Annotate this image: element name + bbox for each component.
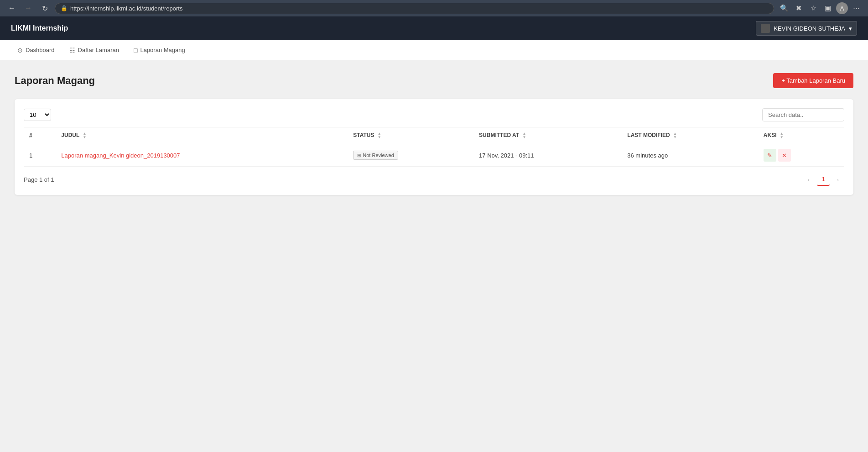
page-header: Laporan Magang + Tambah Laporan Baru <box>15 73 853 88</box>
sort-aksi-icon[interactable]: ▲▼ <box>780 132 784 139</box>
lock-icon: 🔒 <box>61 5 68 11</box>
nav-laporan-magang[interactable]: □ Laporan Magang <box>127 43 192 58</box>
sort-judul-icon[interactable]: ▲▼ <box>83 132 86 139</box>
row-judul: Laporan magang_Kevin gideon_2019130007 <box>56 144 348 167</box>
search-input[interactable] <box>762 108 844 121</box>
back-button[interactable]: ← <box>5 2 18 15</box>
status-icon: ⊞ <box>357 153 361 158</box>
next-page-button[interactable]: › <box>832 173 844 186</box>
nav-daftar-lamaran[interactable]: ☷ Daftar Lamaran <box>63 43 125 58</box>
row-last-modified: 36 minutes ago <box>622 144 758 167</box>
nav-daftar-lamaran-label: Daftar Lamaran <box>78 47 119 53</box>
table-controls: 10 25 50 100 <box>24 108 844 121</box>
sort-submitted-icon[interactable]: ▲▼ <box>522 132 526 139</box>
sort-modified-icon[interactable]: ▲▼ <box>673 132 677 139</box>
col-judul: JUDUL ▲▼ <box>56 127 348 144</box>
reload-button[interactable]: ↻ <box>38 2 51 15</box>
url-text: https://internship.likmi.ac.id/student/r… <box>70 5 182 12</box>
status-badge: ⊞ Not Reviewed <box>353 151 398 160</box>
collections-button[interactable]: ▣ <box>821 2 834 15</box>
table-row: 1 Laporan magang_Kevin gideon_2019130007… <box>24 144 844 167</box>
col-aksi: AKSI ▲▼ <box>758 127 844 144</box>
list-icon: ☷ <box>69 47 75 54</box>
per-page-dropdown[interactable]: 10 25 50 100 <box>24 109 51 121</box>
nav-laporan-magang-label: Laporan Magang <box>140 47 185 53</box>
address-bar[interactable]: 🔒 https://internship.likmi.ac.id/student… <box>55 3 774 14</box>
data-table: # JUDUL ▲▼ STATUS ▲▼ SUBMITTED AT ▲▼ <box>24 127 844 167</box>
app-header: LIKMI Internship KEVIN GIDEON SUTHEJA ▾ <box>0 16 868 40</box>
col-status: STATUS ▲▼ <box>348 127 473 144</box>
delete-button[interactable]: ✕ <box>778 149 791 162</box>
user-chevron: ▾ <box>849 25 852 32</box>
prev-page-button[interactable]: ‹ <box>802 173 815 186</box>
action-buttons: ✎ ✕ <box>764 149 839 162</box>
col-last-modified: LAST MODIFIED ▲▼ <box>622 127 758 144</box>
per-page-select: 10 25 50 100 <box>24 109 51 121</box>
add-laporan-button[interactable]: + Tambah Laporan Baru <box>773 73 853 88</box>
nav-dashboard-label: Dashboard <box>26 47 55 53</box>
table-header-row: # JUDUL ▲▼ STATUS ▲▼ SUBMITTED AT ▲▼ <box>24 127 844 144</box>
col-submitted-at: SUBMITTED AT ▲▼ <box>473 127 622 144</box>
page-1-button[interactable]: 1 <box>817 173 830 186</box>
user-avatar <box>761 24 770 33</box>
dashboard-icon: ⊙ <box>17 47 23 54</box>
forward-button[interactable]: → <box>22 2 35 15</box>
profile-avatar[interactable]: A <box>836 2 848 14</box>
browser-tools: 🔍 ✖ ☆ ▣ A ⋯ <box>778 2 863 15</box>
user-name: KEVIN GIDEON SUTHEJA <box>774 25 845 32</box>
app-title: LIKMI Internship <box>11 24 68 32</box>
page-title: Laporan Magang <box>15 75 95 87</box>
table-card: 10 25 50 100 # JUDUL ▲▼ <box>15 99 853 195</box>
row-actions: ✎ ✕ <box>758 144 844 167</box>
row-status: ⊞ Not Reviewed <box>348 144 473 167</box>
browser-chrome: ← → ↻ 🔒 https://internship.likmi.ac.id/s… <box>0 0 868 16</box>
page-info: Page 1 of 1 <box>24 176 54 183</box>
table-footer: Page 1 of 1 ‹ 1 › <box>24 173 844 186</box>
document-icon: □ <box>134 47 137 54</box>
zoom-button[interactable]: 🔍 <box>778 2 790 15</box>
nav-bar: ⊙ Dashboard ☷ Daftar Lamaran □ Laporan M… <box>0 40 868 60</box>
more-button[interactable]: ⋯ <box>850 2 863 15</box>
user-menu[interactable]: KEVIN GIDEON SUTHEJA ▾ <box>756 21 857 36</box>
row-submitted-at: 17 Nov, 2021 - 09:11 <box>473 144 622 167</box>
edit-button[interactable]: ✎ <box>764 149 776 162</box>
judul-link[interactable]: Laporan magang_Kevin gideon_2019130007 <box>61 152 180 159</box>
pagination: ‹ 1 › <box>802 173 844 186</box>
main-content: Laporan Magang + Tambah Laporan Baru 10 … <box>0 60 868 452</box>
extensions-button[interactable]: ✖ <box>792 2 805 15</box>
col-number: # <box>24 127 56 144</box>
row-number: 1 <box>24 144 56 167</box>
sort-status-icon[interactable]: ▲▼ <box>378 132 381 139</box>
nav-dashboard[interactable]: ⊙ Dashboard <box>11 43 61 58</box>
favorites-button[interactable]: ☆ <box>807 2 820 15</box>
